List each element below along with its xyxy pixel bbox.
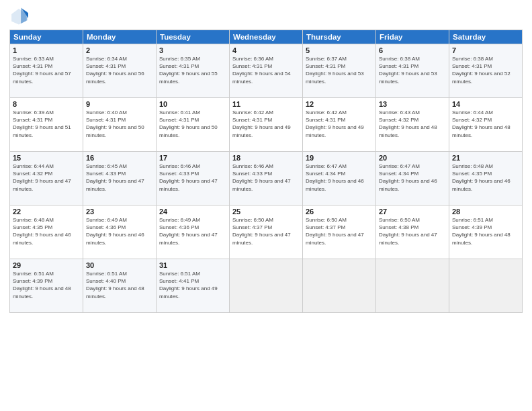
day-number: 2 [86, 46, 153, 54]
day-number: 17 [159, 154, 226, 162]
weekday-header-row: SundayMondayTuesdayWednesdayThursdayFrid… [10, 30, 523, 44]
day-number: 5 [306, 46, 373, 54]
day-number: 27 [379, 208, 446, 216]
calendar-cell: 1Sunrise: 6:33 AMSunset: 4:31 PMDaylight… [10, 44, 83, 98]
cell-details: Sunrise: 6:46 AMSunset: 4:33 PMDaylight:… [232, 163, 291, 192]
calendar-cell: 24Sunrise: 6:49 AMSunset: 4:36 PMDayligh… [157, 205, 230, 259]
calendar-body: 1Sunrise: 6:33 AMSunset: 4:31 PMDaylight… [10, 44, 523, 313]
weekday-header-saturday: Saturday [449, 30, 523, 44]
cell-details: Sunrise: 6:45 AMSunset: 4:33 PMDaylight:… [86, 163, 144, 192]
cell-details: Sunrise: 6:36 AMSunset: 4:31 PMDaylight:… [232, 56, 291, 85]
logo-icon [9, 7, 28, 26]
day-number: 6 [379, 46, 446, 54]
calendar-cell: 17Sunrise: 6:46 AMSunset: 4:33 PMDayligh… [157, 152, 230, 205]
cell-details: Sunrise: 6:42 AMSunset: 4:31 PMDaylight:… [306, 109, 364, 138]
day-number: 30 [86, 261, 153, 269]
weekday-header-sunday: Sunday [10, 30, 83, 44]
day-number: 20 [379, 154, 446, 162]
calendar-table: SundayMondayTuesdayWednesdayThursdayFrid… [9, 30, 523, 313]
cell-details: Sunrise: 6:44 AMSunset: 4:32 PMDaylight:… [13, 163, 71, 192]
cell-details: Sunrise: 6:50 AMSunset: 4:37 PMDaylight:… [232, 217, 291, 246]
cell-details: Sunrise: 6:48 AMSunset: 4:35 PMDaylight:… [13, 217, 71, 246]
cell-details: Sunrise: 6:38 AMSunset: 4:31 PMDaylight:… [379, 56, 437, 85]
calendar-cell: 12Sunrise: 6:42 AMSunset: 4:31 PMDayligh… [303, 98, 376, 152]
calendar-cell: 27Sunrise: 6:50 AMSunset: 4:38 PMDayligh… [376, 205, 449, 259]
day-number: 28 [452, 208, 519, 216]
cell-details: Sunrise: 6:51 AMSunset: 4:39 PMDaylight:… [13, 271, 71, 300]
calendar-cell: 28Sunrise: 6:51 AMSunset: 4:39 PMDayligh… [449, 205, 523, 259]
svg-marker-1 [21, 8, 27, 24]
page-container: SundayMondayTuesdayWednesdayThursdayFrid… [0, 0, 532, 411]
calendar-cell [449, 259, 523, 313]
week-row-2: 8Sunrise: 6:39 AMSunset: 4:31 PMDaylight… [10, 98, 523, 152]
day-number: 18 [232, 154, 300, 162]
calendar-cell: 25Sunrise: 6:50 AMSunset: 4:37 PMDayligh… [230, 205, 303, 259]
calendar-cell: 18Sunrise: 6:46 AMSunset: 4:33 PMDayligh… [230, 152, 303, 205]
day-number: 1 [13, 46, 80, 54]
day-number: 9 [86, 100, 153, 108]
week-row-4: 22Sunrise: 6:48 AMSunset: 4:35 PMDayligh… [10, 205, 523, 259]
calendar-cell: 30Sunrise: 6:51 AMSunset: 4:40 PMDayligh… [83, 259, 157, 313]
cell-details: Sunrise: 6:47 AMSunset: 4:34 PMDaylight:… [379, 163, 437, 192]
weekday-header-monday: Monday [83, 30, 157, 44]
cell-details: Sunrise: 6:34 AMSunset: 4:31 PMDaylight:… [86, 56, 144, 85]
calendar-cell: 21Sunrise: 6:48 AMSunset: 4:35 PMDayligh… [449, 152, 523, 205]
day-number: 22 [13, 208, 80, 216]
calendar-cell: 4Sunrise: 6:36 AMSunset: 4:31 PMDaylight… [230, 44, 303, 98]
cell-details: Sunrise: 6:49 AMSunset: 4:36 PMDaylight:… [86, 217, 144, 246]
calendar-cell: 3Sunrise: 6:35 AMSunset: 4:31 PMDaylight… [157, 44, 230, 98]
calendar-cell: 14Sunrise: 6:44 AMSunset: 4:32 PMDayligh… [449, 98, 523, 152]
day-number: 21 [452, 154, 519, 162]
cell-details: Sunrise: 6:48 AMSunset: 4:35 PMDaylight:… [452, 163, 511, 192]
week-row-3: 15Sunrise: 6:44 AMSunset: 4:32 PMDayligh… [10, 152, 523, 205]
cell-details: Sunrise: 6:39 AMSunset: 4:31 PMDaylight:… [13, 109, 71, 138]
day-number: 14 [452, 100, 519, 108]
day-number: 31 [159, 261, 226, 269]
calendar-cell: 23Sunrise: 6:49 AMSunset: 4:36 PMDayligh… [83, 205, 157, 259]
day-number: 16 [86, 154, 153, 162]
calendar-cell: 31Sunrise: 6:51 AMSunset: 4:41 PMDayligh… [157, 259, 230, 313]
cell-details: Sunrise: 6:44 AMSunset: 4:32 PMDaylight:… [452, 109, 511, 138]
logo [9, 7, 30, 26]
calendar-cell: 2Sunrise: 6:34 AMSunset: 4:31 PMDaylight… [83, 44, 157, 98]
calendar-cell: 29Sunrise: 6:51 AMSunset: 4:39 PMDayligh… [10, 259, 83, 313]
weekday-header-tuesday: Tuesday [157, 30, 230, 44]
weekday-header-friday: Friday [376, 30, 449, 44]
week-row-5: 29Sunrise: 6:51 AMSunset: 4:39 PMDayligh… [10, 259, 523, 313]
cell-details: Sunrise: 6:37 AMSunset: 4:31 PMDaylight:… [306, 56, 364, 85]
day-number: 13 [379, 100, 446, 108]
cell-details: Sunrise: 6:38 AMSunset: 4:31 PMDaylight:… [452, 56, 511, 85]
calendar-cell: 7Sunrise: 6:38 AMSunset: 4:31 PMDaylight… [449, 44, 523, 98]
cell-details: Sunrise: 6:50 AMSunset: 4:37 PMDaylight:… [306, 217, 364, 246]
cell-details: Sunrise: 6:35 AMSunset: 4:31 PMDaylight:… [159, 56, 218, 85]
week-row-1: 1Sunrise: 6:33 AMSunset: 4:31 PMDaylight… [10, 44, 523, 98]
calendar-cell [376, 259, 449, 313]
day-number: 24 [159, 208, 226, 216]
cell-details: Sunrise: 6:51 AMSunset: 4:39 PMDaylight:… [452, 217, 511, 246]
calendar-cell: 26Sunrise: 6:50 AMSunset: 4:37 PMDayligh… [303, 205, 376, 259]
calendar-cell: 15Sunrise: 6:44 AMSunset: 4:32 PMDayligh… [10, 152, 83, 205]
calendar-cell: 19Sunrise: 6:47 AMSunset: 4:34 PMDayligh… [303, 152, 376, 205]
day-number: 26 [306, 208, 373, 216]
weekday-header-thursday: Thursday [303, 30, 376, 44]
calendar-cell: 16Sunrise: 6:45 AMSunset: 4:33 PMDayligh… [83, 152, 157, 205]
page-header [9, 7, 523, 26]
calendar-cell: 10Sunrise: 6:41 AMSunset: 4:31 PMDayligh… [157, 98, 230, 152]
calendar-cell [303, 259, 376, 313]
cell-details: Sunrise: 6:46 AMSunset: 4:33 PMDaylight:… [159, 163, 218, 192]
cell-details: Sunrise: 6:33 AMSunset: 4:31 PMDaylight:… [13, 56, 71, 85]
day-number: 12 [306, 100, 373, 108]
day-number: 4 [232, 46, 300, 54]
cell-details: Sunrise: 6:43 AMSunset: 4:32 PMDaylight:… [379, 109, 437, 138]
cell-details: Sunrise: 6:51 AMSunset: 4:40 PMDaylight:… [86, 271, 144, 300]
day-number: 3 [159, 46, 226, 54]
cell-details: Sunrise: 6:49 AMSunset: 4:36 PMDaylight:… [159, 217, 218, 246]
calendar-cell [230, 259, 303, 313]
calendar-cell: 8Sunrise: 6:39 AMSunset: 4:31 PMDaylight… [10, 98, 83, 152]
cell-details: Sunrise: 6:40 AMSunset: 4:31 PMDaylight:… [86, 109, 144, 138]
day-number: 10 [159, 100, 226, 108]
cell-details: Sunrise: 6:42 AMSunset: 4:31 PMDaylight:… [232, 109, 291, 138]
day-number: 19 [306, 154, 373, 162]
calendar-cell: 9Sunrise: 6:40 AMSunset: 4:31 PMDaylight… [83, 98, 157, 152]
calendar-cell: 11Sunrise: 6:42 AMSunset: 4:31 PMDayligh… [230, 98, 303, 152]
